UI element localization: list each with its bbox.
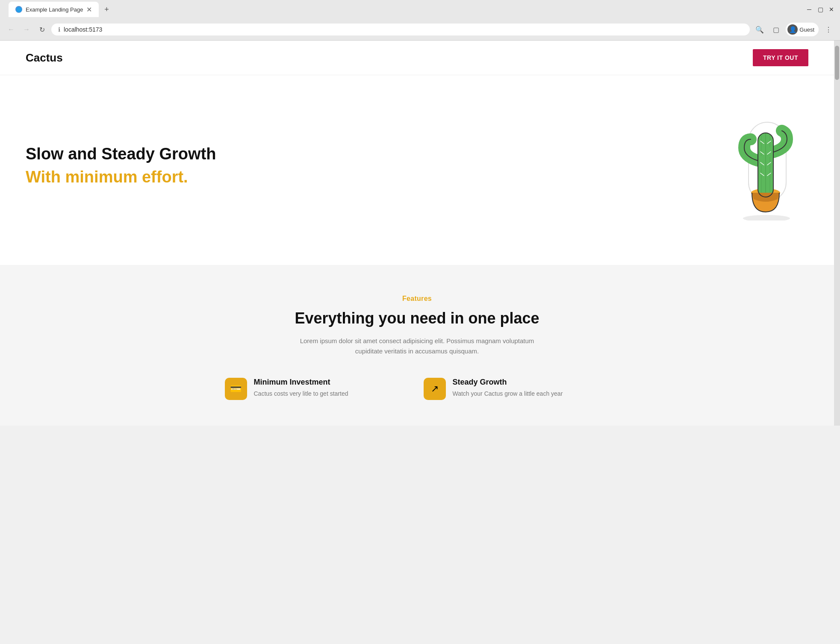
features-label: Features [26, 295, 808, 303]
menu-button[interactable]: ⋮ [822, 23, 835, 36]
feature-title-1: Minimum Investment [254, 378, 348, 387]
feature-title-2: Steady Growth [453, 378, 563, 387]
features-section: Features Everything you need in one plac… [0, 265, 834, 426]
feature-desc-2: Watch your Cactus grow a little each yea… [453, 389, 563, 398]
hero-section: Slow and Steady Growth With minimum effo… [0, 75, 834, 265]
cactus-illustration [723, 109, 808, 221]
site-navbar: Cactus TRY IT OUT [0, 41, 834, 75]
tab-close-button[interactable]: ✕ [86, 6, 92, 14]
browser-viewport: Cactus TRY IT OUT Slow and Steady Growth… [0, 41, 840, 426]
new-tab-button[interactable]: + [100, 3, 112, 15]
tab-favicon: 🌐 [15, 6, 22, 13]
back-button[interactable]: ← [5, 24, 17, 35]
features-description: Lorem ipsum dolor sit amet consect adipi… [293, 336, 541, 356]
url-text: localhost:5173 [64, 26, 102, 33]
tab-grid-button[interactable]: ▢ [769, 23, 782, 36]
features-title: Everything you need in one place [26, 309, 808, 327]
feature-card-1: 💳 Minimum Investment Cactus costs very l… [225, 378, 411, 400]
profile-button[interactable]: 👤 Guest [786, 23, 819, 36]
close-button[interactable]: ✕ [828, 6, 835, 13]
window-controls: ─ ▢ ✕ [806, 6, 835, 13]
browser-tab[interactable]: 🌐 Example Landing Page ✕ [9, 2, 99, 17]
hero-text: Slow and Steady Growth With minimum effo… [26, 144, 216, 187]
hero-headline-1: Slow and Steady Growth [26, 144, 216, 164]
maximize-button[interactable]: ▢ [817, 6, 824, 13]
title-bar: 🌐 Example Landing Page ✕ + ─ ▢ ✕ [0, 0, 840, 19]
address-bar: ← → ↻ ℹ localhost:5173 🔍 ▢ 👤 Guest ⋮ [0, 19, 840, 40]
profile-name: Guest [799, 26, 814, 33]
try-it-out-button[interactable]: TRY IT OUT [753, 49, 808, 66]
feature-icon-1: 💳 [225, 378, 247, 400]
info-icon: ℹ [58, 26, 60, 33]
tab-title: Example Landing Page [26, 6, 83, 13]
feature-card-2: ↗ Steady Growth Watch your Cactus grow a… [424, 378, 610, 400]
forward-button[interactable]: → [21, 24, 32, 35]
avatar: 👤 [787, 24, 798, 35]
feature-icon-2: ↗ [424, 378, 446, 400]
feature-desc-1: Cactus costs very litle to get started [254, 389, 348, 398]
search-button[interactable]: 🔍 [753, 23, 766, 36]
feature-info-1: Minimum Investment Cactus costs very lit… [254, 378, 348, 398]
svg-point-0 [743, 215, 790, 221]
browser-chrome: 🌐 Example Landing Page ✕ + ─ ▢ ✕ ← → ↻ ℹ… [0, 0, 840, 41]
features-grid: 💳 Minimum Investment Cactus costs very l… [225, 378, 610, 400]
hero-image [723, 109, 808, 222]
minimize-button[interactable]: ─ [806, 6, 813, 13]
site-logo: Cactus [26, 51, 63, 65]
reload-button[interactable]: ↻ [36, 24, 48, 35]
page-content: Cactus TRY IT OUT Slow and Steady Growth… [0, 41, 840, 426]
tab-bar: 🌐 Example Landing Page ✕ + [5, 2, 116, 17]
url-bar[interactable]: ℹ localhost:5173 [51, 24, 750, 35]
browser-actions: 🔍 ▢ 👤 Guest ⋮ [753, 23, 835, 36]
hero-headline-2: With minimum effort. [26, 168, 216, 187]
scrollbar-thumb[interactable] [835, 46, 839, 80]
feature-info-2: Steady Growth Watch your Cactus grow a l… [453, 378, 563, 398]
scrollbar[interactable] [834, 41, 840, 426]
